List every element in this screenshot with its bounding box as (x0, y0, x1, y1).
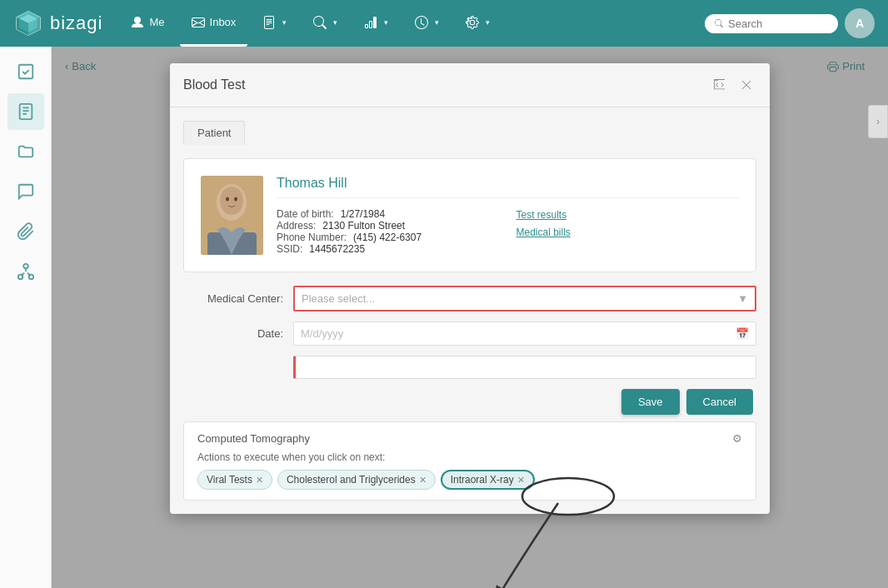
tags-row: Viral Tests ✕ Cholesterol and Triglyceri… (197, 470, 742, 490)
nav-settings[interactable]: ▾ (454, 0, 501, 47)
nav-inbox[interactable]: Inbox (180, 0, 248, 47)
info-grid: Date of birth: 1/27/1984 Address: 2130 F… (277, 208, 739, 255)
cancel-button[interactable]: Cancel (686, 389, 753, 415)
tab-patient[interactable]: Patient (183, 121, 245, 145)
sidebar-item-tasks[interactable] (7, 53, 44, 90)
date-input[interactable]: M/d/yyyy 📅 (293, 321, 756, 346)
nav-search[interactable]: ▾ (302, 0, 349, 47)
button-row: Save Cancel (183, 389, 756, 415)
tag-viral: Viral Tests ✕ (197, 470, 272, 490)
sidebar-item-chat[interactable] (7, 173, 44, 210)
patient-info-card: Thomas Hill Date of birth: 1/27/1984 Add… (183, 158, 756, 272)
patient-info-details: Thomas Hill Date of birth: 1/27/1984 Add… (277, 176, 739, 255)
search-box[interactable] (705, 14, 838, 33)
avatar[interactable]: A (845, 8, 875, 38)
sidebar-item-docs[interactable] (7, 93, 44, 130)
test-results-link[interactable]: Test results (516, 209, 567, 221)
nav-activity[interactable]: ▾ (403, 0, 451, 47)
address-row: Address: 2130 Fulton Street (277, 220, 500, 232)
tag-intraoral: Intraoral X-ray ✕ (441, 470, 535, 490)
nav-me[interactable]: Me (119, 0, 176, 47)
svg-point-20 (234, 197, 237, 202)
medical-center-placeholder: Please select... (302, 292, 375, 305)
sidebar-item-network[interactable] (7, 253, 44, 290)
search-input[interactable] (728, 17, 828, 30)
modal-header: Blood Test (170, 63, 770, 107)
dob-label: Date of birth: (277, 208, 334, 220)
save-button[interactable]: Save (621, 389, 680, 415)
modal-body: Patient (170, 107, 770, 514)
medical-center-label: Medical Center: (183, 292, 283, 305)
phone-label: Phone Number: (277, 232, 347, 243)
content-area: ‹ Back Print (52, 47, 888, 588)
tag-intraoral-remove[interactable]: ✕ (517, 475, 525, 486)
sidebar-item-folder[interactable] (7, 133, 44, 170)
select-caret: ▼ (737, 292, 748, 305)
medical-center-select[interactable]: Please select... ▼ (293, 286, 756, 311)
phone-row: Phone Number: (415) 422-6307 (277, 232, 500, 243)
logo[interactable]: bizagi (13, 8, 102, 38)
medical-center-row: Medical Center: Please select... ▼ (183, 286, 756, 311)
svg-point-19 (226, 197, 229, 202)
medical-bills-link[interactable]: Medical bills (516, 227, 571, 238)
modal-controls (710, 75, 756, 95)
computed-tomo-card: Computed Tomography ⚙ Actions to execute… (183, 421, 756, 501)
tag-cholesterol-label: Cholesterol and Triglycerides (287, 474, 416, 486)
date-label: Date: (183, 327, 283, 340)
empty-text-row (183, 356, 756, 379)
tag-viral-label: Viral Tests (207, 474, 252, 486)
nav-charts[interactable]: ▾ (352, 0, 400, 47)
tab-bar: Patient (183, 121, 756, 145)
main-layout: ‹ Back Print (0, 47, 888, 588)
calendar-icon: 📅 (736, 327, 749, 340)
date-field-container: M/d/yyyy 📅 (293, 321, 756, 346)
sidebar (0, 47, 52, 588)
date-row: Date: M/d/yyyy 📅 (183, 321, 756, 346)
address-label: Address: (277, 220, 316, 232)
medical-center-field: Please select... ▼ (293, 286, 756, 311)
top-navigation: bizagi Me Inbox ▾ ▾ ▾ ▾ ▾ A (0, 0, 888, 47)
tag-viral-remove[interactable]: ✕ (256, 475, 263, 486)
modal-close-button[interactable] (736, 75, 756, 95)
nav-forms[interactable]: ▾ (251, 0, 298, 47)
computed-tomo-header: Computed Tomography ⚙ (197, 432, 742, 445)
tag-intraoral-label: Intraoral X-ray (451, 474, 514, 486)
patient-name: Thomas Hill (277, 176, 739, 198)
computed-tomo-label: Computed Tomography (197, 432, 310, 445)
collapse-button[interactable]: › (868, 105, 888, 138)
logo-text: bizagi (50, 12, 102, 34)
svg-point-18 (220, 187, 243, 215)
bottom-section: Computed Tomography ⚙ Actions to execute… (183, 421, 756, 501)
actions-label: Actions to execute when you click on nex… (197, 451, 742, 463)
tag-cholesterol-remove[interactable]: ✕ (419, 475, 427, 486)
ssid-label: SSID: (277, 243, 302, 255)
dob-value: 1/27/1984 (341, 208, 385, 220)
ssid-value: 1445672235 (309, 243, 365, 255)
tag-cholesterol: Cholesterol and Triglycerides ✕ (277, 470, 436, 490)
svg-rect-7 (18, 65, 32, 79)
patient-photo (201, 176, 263, 255)
svg-point-9 (23, 264, 28, 269)
tomo-settings-icon[interactable]: ⚙ (732, 432, 742, 445)
notes-input[interactable] (293, 356, 756, 379)
date-placeholder: M/d/yyyy (301, 327, 343, 340)
address-value: 2130 Fulton Street (322, 220, 405, 232)
blood-test-modal: Blood Test Patient (170, 63, 770, 514)
modal-expand-button[interactable] (710, 75, 730, 95)
sidebar-item-clip[interactable] (7, 213, 44, 250)
dob-row: Date of birth: 1/27/1984 (277, 208, 500, 220)
modal-title: Blood Test (183, 77, 245, 92)
modal-overlay: Blood Test Patient (52, 47, 888, 588)
phone-value: (415) 422-6307 (353, 232, 422, 243)
ssid-row: SSID: 1445672235 (277, 243, 500, 255)
